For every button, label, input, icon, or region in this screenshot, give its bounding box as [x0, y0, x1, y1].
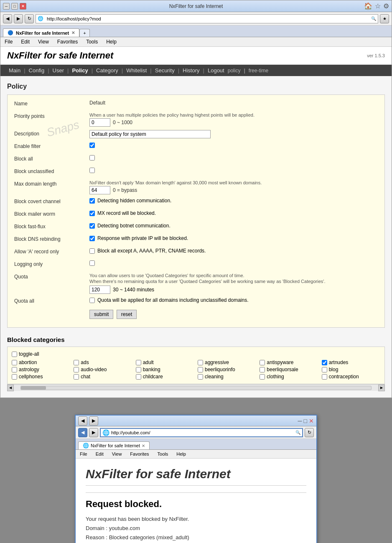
cat-beerliquorinfo[interactable]: beerliquorinfo: [198, 367, 256, 372]
reload-button[interactable]: ↻: [25, 14, 34, 23]
nav-user[interactable]: User: [51, 66, 66, 74]
block-fastflux-checkbox[interactable]: [89, 223, 95, 229]
minimize-button[interactable]: ─: [3, 3, 10, 10]
cat-beerliquorinfo-checkbox[interactable]: [198, 367, 203, 372]
cat-abortion[interactable]: abortion: [12, 359, 70, 365]
cat-chat-checkbox[interactable]: [74, 374, 79, 380]
cat-ads[interactable]: ads: [74, 359, 132, 365]
cat-aggressive[interactable]: aggressive: [198, 359, 256, 365]
nav-history[interactable]: History: [181, 66, 201, 74]
bw2-menu-help[interactable]: Help: [175, 451, 188, 457]
cat-audio-video-checkbox[interactable]: [74, 367, 79, 372]
enable-filter-checkbox[interactable]: [89, 143, 95, 148]
bw2-menu-view[interactable]: View: [110, 451, 124, 457]
bw2-maximize-button[interactable]: □: [304, 418, 307, 424]
reset-button[interactable]: reset: [117, 310, 137, 319]
toggle-all-checkbox[interactable]: [12, 352, 17, 357]
breadcrumb-policy[interactable]: policy: [226, 67, 242, 74]
scroll-left-arrow[interactable]: ◀: [7, 385, 14, 391]
block-all-checkbox[interactable]: [89, 155, 95, 161]
cat-contraception[interactable]: contraception: [322, 374, 380, 380]
bw2-fwd-btn[interactable]: ▶: [89, 428, 98, 437]
close-button[interactable]: ✕: [20, 3, 26, 10]
bw2-back-button[interactable]: ◀: [78, 416, 87, 426]
bw2-minimize-button[interactable]: ─: [298, 418, 302, 424]
cat-clothing[interactable]: clothing: [260, 374, 318, 380]
block-dns-checkbox[interactable]: [89, 236, 95, 241]
toggle-all-label[interactable]: toggle-all: [12, 351, 380, 357]
bw2-back-btn[interactable]: ◀: [78, 428, 87, 437]
scroll-right-arrow[interactable]: ▶: [378, 385, 385, 391]
nav-policy[interactable]: Policy: [70, 66, 89, 74]
nav-whitelist[interactable]: Whitelist: [125, 66, 148, 74]
menu-tools[interactable]: Tools: [84, 38, 99, 46]
search-go-icon[interactable]: 🔍: [371, 16, 376, 21]
bw2-menu-edit[interactable]: Edit: [94, 451, 105, 457]
bw2-menu-tools[interactable]: Tools: [156, 451, 170, 457]
bw2-search-icon[interactable]: 🔍: [295, 430, 300, 435]
cat-banking[interactable]: banking: [136, 367, 194, 372]
menu-edit[interactable]: Edit: [19, 38, 31, 46]
star-icon[interactable]: ☆: [375, 2, 381, 10]
cat-artnudes-checkbox[interactable]: [322, 360, 327, 365]
cat-beerliquorsale[interactable]: beerliquorsale: [260, 367, 318, 372]
horizontal-scrollbar[interactable]: ◀ ▶: [7, 384, 385, 391]
cat-blog-checkbox[interactable]: [322, 367, 327, 372]
cat-childcare-checkbox[interactable]: [136, 374, 141, 380]
cat-adult[interactable]: adult: [136, 359, 194, 365]
back-button[interactable]: ◀: [3, 14, 12, 23]
bw2-tab-nxfilter[interactable]: 🌐 NxFilter for safe Internet ✕: [78, 441, 150, 449]
bookmark-button[interactable]: ★: [380, 14, 389, 23]
block-mailer-checkbox[interactable]: [89, 211, 95, 216]
cat-antispyware-checkbox[interactable]: [260, 360, 265, 365]
cat-contraception-checkbox[interactable]: [322, 374, 327, 380]
quota-all-checkbox[interactable]: [89, 298, 95, 303]
menu-favorites[interactable]: Favorites: [56, 38, 79, 46]
breadcrumb-freetime[interactable]: free-time: [247, 67, 270, 74]
cat-chat[interactable]: chat: [74, 374, 132, 380]
description-input[interactable]: [89, 130, 211, 138]
maximize-button[interactable]: □: [11, 3, 18, 10]
menu-file[interactable]: File: [3, 38, 14, 46]
bw2-menu-favorites[interactable]: Favorites: [128, 451, 150, 457]
bw2-forward-button[interactable]: ▶: [89, 416, 98, 426]
cat-cellphones-checkbox[interactable]: [12, 374, 17, 380]
tab-nxfilter[interactable]: 🔵 NxFilter for safe Internet ✕: [3, 28, 79, 37]
submit-button[interactable]: submit: [89, 310, 113, 319]
cat-adult-checkbox[interactable]: [136, 360, 141, 365]
block-covert-checkbox[interactable]: [89, 198, 95, 204]
nav-security[interactable]: Security: [153, 66, 176, 74]
address-input[interactable]: [45, 15, 371, 23]
menu-help[interactable]: Help: [104, 38, 118, 46]
cat-clothing-checkbox[interactable]: [260, 374, 265, 380]
tab-new[interactable]: +: [79, 29, 89, 37]
home-icon[interactable]: 🏠: [364, 2, 372, 10]
nav-logout[interactable]: Logout: [206, 66, 226, 74]
logging-checkbox[interactable]: [89, 260, 95, 266]
allow-a-checkbox[interactable]: [89, 248, 95, 254]
cat-blog[interactable]: blog: [322, 367, 380, 372]
cat-audio-video[interactable]: audio-video: [74, 367, 132, 372]
cat-beerliquorsale-checkbox[interactable]: [260, 367, 265, 372]
nav-config[interactable]: Config: [27, 66, 46, 74]
cat-banking-checkbox[interactable]: [136, 367, 141, 372]
max-domain-input[interactable]: [89, 186, 110, 194]
cat-antispyware[interactable]: antispyware: [260, 359, 318, 365]
cat-cleaning[interactable]: cleaning: [198, 374, 256, 380]
block-unclassified-checkbox[interactable]: [89, 168, 95, 173]
priority-input[interactable]: [89, 118, 110, 127]
scroll-thumb[interactable]: [21, 386, 46, 390]
nav-main[interactable]: Main: [7, 66, 22, 74]
bw2-menu-file[interactable]: File: [78, 451, 89, 457]
cat-childcare[interactable]: childcare: [136, 374, 194, 380]
cat-artnudes[interactable]: artnudes: [322, 359, 380, 365]
tab-close-icon[interactable]: ✕: [71, 31, 75, 35]
bw2-reload-btn[interactable]: ↻: [305, 428, 314, 437]
bw2-close-button[interactable]: ✕: [309, 418, 314, 424]
cat-ads-checkbox[interactable]: [74, 360, 79, 365]
forward-button[interactable]: ▶: [14, 14, 23, 23]
quota-input[interactable]: [89, 286, 110, 294]
nav-category[interactable]: Category: [94, 66, 120, 74]
cat-cleaning-checkbox[interactable]: [198, 374, 203, 380]
scroll-track[interactable]: [20, 386, 372, 390]
